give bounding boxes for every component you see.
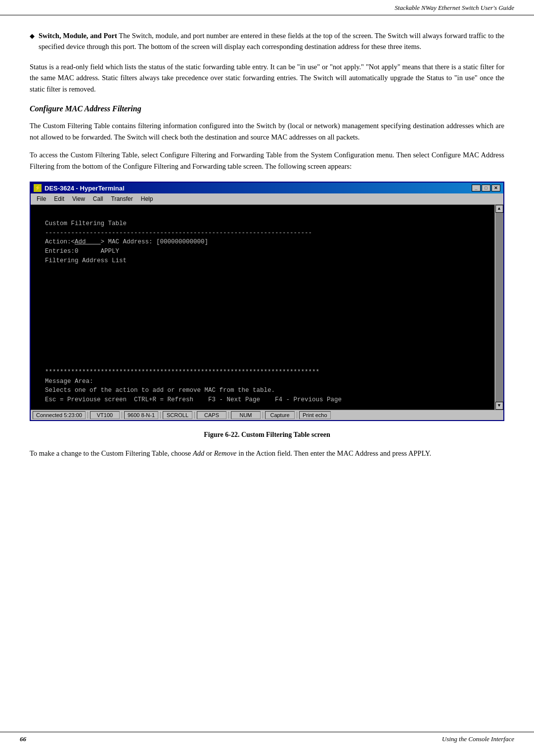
scrollbar: ▲ ▼: [494, 205, 503, 410]
window-title: DES-3624 - HyperTerminal: [44, 185, 125, 192]
para4-italic2: Remove: [214, 449, 237, 457]
term-line-0: [38, 210, 488, 219]
term-line-11: [38, 312, 488, 321]
menu-edit[interactable]: Edit: [50, 194, 68, 203]
term-line-15: [38, 349, 488, 358]
term-line-20: Esc = Previouse screen CTRL+R = Refresh …: [38, 395, 488, 405]
paragraph-make-change: To make a change to the Custom Filtering…: [30, 448, 504, 459]
para4-part1: To make a change to the Custom Filtering…: [30, 449, 193, 457]
scroll-down-button[interactable]: ▼: [495, 402, 503, 410]
scroll-track: [495, 213, 503, 402]
titlebar-left: ⚡ DES-3624 - HyperTerminal: [34, 184, 125, 192]
header-title: Stackable NWay Ethernet Switch User's Gu…: [395, 4, 514, 11]
status-num: NUM: [231, 411, 261, 419]
bullet-section: ◆ Switch, Module, and Port The Switch, m…: [30, 30, 504, 52]
bullet-item-switch-module-port: ◆ Switch, Module, and Port The Switch, m…: [30, 30, 504, 52]
term-line-18: Message Area:: [38, 377, 488, 386]
status-terminal: VT100: [90, 411, 120, 419]
term-line-9: [38, 293, 488, 303]
menu-call[interactable]: Call: [89, 194, 107, 203]
footer-section: Using the Console Interface: [442, 735, 514, 743]
menu-view[interactable]: View: [68, 194, 89, 203]
scroll-up-button[interactable]: ▲: [495, 205, 503, 213]
menu-help[interactable]: Help: [137, 194, 157, 203]
bullet-label: Switch, Module, and Port: [39, 32, 117, 40]
term-line-12: [38, 321, 488, 331]
status-connected: Connected 5:23:00: [33, 411, 86, 419]
term-line-17: ****************************************…: [38, 368, 488, 377]
app-icon: ⚡: [34, 184, 42, 192]
term-line-2: ----------------------------------------…: [38, 229, 488, 238]
term-line-10: [38, 303, 488, 312]
paragraph-status: Status is a read-only field which lists …: [30, 61, 504, 94]
term-line-5: Filtering Address List: [38, 256, 488, 266]
para4-part3: in the Action field. Then enter the MAC …: [237, 449, 432, 457]
bullet-diamond-icon: ◆: [30, 31, 35, 52]
section-heading-configure-mac: Configure MAC Address Filtering: [30, 104, 504, 113]
bullet-text: Switch, Module, and Port The Switch, mod…: [39, 30, 504, 52]
para4-part2: or: [204, 449, 214, 457]
footer-page-number: 66: [20, 735, 26, 743]
status-divider-1: [88, 412, 88, 419]
para4-italic1: Add: [193, 449, 204, 457]
status-capture: Capture: [265, 411, 295, 419]
paragraph-access-custom: To access the Custom Filtering Table, se…: [30, 149, 504, 172]
page-container: Stackable NWay Ethernet Switch User's Gu…: [0, 0, 534, 756]
status-divider-2: [122, 412, 122, 419]
status-scroll: SCROLL: [163, 411, 192, 419]
menu-file[interactable]: File: [33, 194, 50, 203]
statusbar: Connected 5:23:00 VT100 9600 8-N-1 SCROL…: [31, 410, 503, 420]
terminal-body: Custom Filtering Table -----------------…: [31, 205, 503, 410]
status-divider-6: [263, 412, 263, 419]
maximize-button[interactable]: □: [482, 185, 490, 191]
term-line-8: [38, 284, 488, 293]
status-divider-4: [194, 412, 195, 419]
page-footer: 66 Using the Console Interface: [0, 732, 534, 746]
status-caps: CAPS: [197, 411, 226, 419]
close-button[interactable]: ✕: [491, 185, 500, 191]
figure-caption: Figure 6-22. Custom Filtering Table scre…: [30, 431, 504, 439]
term-line-6: [38, 266, 488, 275]
titlebar: ⚡ DES-3624 - HyperTerminal _ □ ✕: [31, 183, 503, 193]
main-content: ◆ Switch, Module, and Port The Switch, m…: [0, 15, 534, 480]
status-baud: 9600 8-N-1: [124, 411, 158, 419]
paragraph-custom-filtering: The Custom Filtering Table contains filt…: [30, 120, 504, 142]
terminal-area: Custom Filtering Table -----------------…: [31, 205, 494, 410]
term-line-14: [38, 340, 488, 349]
status-divider-3: [160, 412, 161, 419]
status-divider-7: [297, 412, 297, 419]
term-line-13: [38, 331, 488, 340]
term-line-16: [38, 358, 488, 368]
term-line-7: [38, 275, 488, 284]
menubar: File Edit View Call Transfer Help: [31, 193, 503, 205]
term-line-19: Selects one of the action to add or remo…: [38, 386, 488, 395]
term-line-4: Entries:0 APPLY: [38, 247, 488, 256]
titlebar-buttons: _ □ ✕: [472, 185, 500, 191]
minimize-button[interactable]: _: [472, 185, 481, 191]
menu-transfer[interactable]: Transfer: [107, 194, 137, 203]
term-line-1: Custom Filtering Table: [38, 219, 488, 229]
hyperterminal-window: ⚡ DES-3624 - HyperTerminal _ □ ✕ File Ed…: [30, 182, 504, 421]
page-header: Stackable NWay Ethernet Switch User's Gu…: [0, 0, 534, 15]
term-line-3: Action:<Add > MAC Address: [000000000000…: [38, 237, 488, 247]
status-print-echo: Print echo: [299, 411, 331, 419]
status-divider-5: [228, 412, 229, 419]
